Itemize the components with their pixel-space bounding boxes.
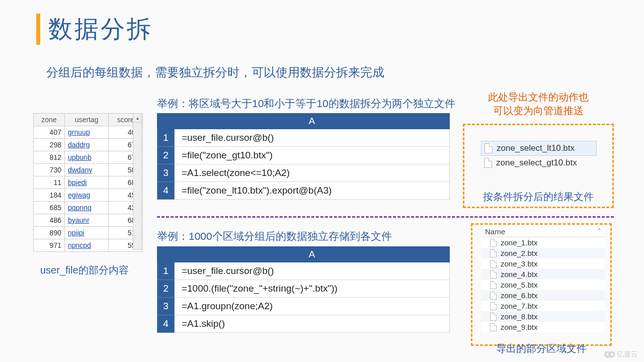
table-row: 407grnuup407 — [34, 126, 143, 139]
code-col-header: A — [174, 247, 449, 262]
sort-icon[interactable]: ^ — [598, 227, 601, 236]
list-item[interactable]: zone_2.btx — [481, 248, 605, 258]
title-accent-bar — [36, 14, 40, 45]
table-row: 890npiipi512 — [34, 227, 143, 239]
file-icon — [490, 313, 497, 321]
exported-files-list: Name^ zone_1.btx zone_2.btx zone_3.btx z… — [481, 226, 605, 332]
table-row: 971npncpd551 — [34, 239, 143, 252]
scroll-up-icon[interactable]: ▴ — [133, 114, 141, 123]
filelist-header[interactable]: Name^ — [481, 226, 605, 237]
annotation-export-note: 此处导出文件的动作也 可以变为向管道推送 — [463, 90, 614, 118]
file-icon — [490, 302, 497, 310]
sample-data-table: zone usertag score 407grnuup407 298daddr… — [33, 113, 143, 252]
list-item[interactable]: zone_6.btx — [481, 290, 605, 301]
file-icon — [490, 292, 497, 300]
code-cell: =A1.skip() — [174, 315, 449, 333]
title-text: 数据分拆 — [48, 13, 153, 45]
file-icon — [490, 270, 497, 279]
code-cell: =A1.groupn(zone;A2) — [174, 298, 449, 315]
list-item[interactable]: zone_5.btx — [481, 280, 605, 290]
file-item[interactable]: zone_select_lt10.btx — [481, 141, 597, 156]
zone-select-files: zone_select_lt10.btx zone_select_gt10.bt… — [481, 141, 597, 170]
list-item[interactable]: zone_7.btx — [481, 301, 605, 311]
code-cell: =file("zone_gt10.btx") — [174, 147, 449, 164]
file-icon — [490, 249, 497, 257]
file-icon — [490, 323, 497, 331]
table-row: 685pqpnnq420 — [34, 202, 143, 214]
code-cell: =A1.select(zone<=10;A2) — [174, 164, 449, 182]
cloud-icon — [604, 351, 615, 358]
section-divider — [157, 216, 614, 218]
table-row: 486byaunr689 — [34, 214, 143, 227]
table-row: 298daddrg679 — [34, 139, 143, 151]
table-row: 730dwdany587 — [34, 164, 143, 176]
code-cell: =1000.(file("zone_"+string(~)+".btx")) — [174, 280, 449, 298]
table-row: 812upbunb672 — [34, 151, 143, 164]
example1-label: 举例：将区域号大于10和小于等于10的数据拆分为两个独立文件 — [157, 97, 455, 111]
col-usertag: usertag — [64, 114, 109, 126]
list-item[interactable]: zone_4.btx — [481, 269, 605, 280]
file-icon — [490, 281, 497, 289]
scrollbar[interactable]: ▴ — [133, 113, 142, 250]
code-cell: =user_file.cursor@b() — [174, 129, 449, 147]
code-cell: =file("zone_lt10.btx").export@b(A3) — [174, 182, 449, 200]
list-item[interactable]: zone_3.btx — [481, 258, 605, 269]
list-item[interactable]: zone_9.btx — [481, 322, 605, 332]
code-table-2: A 1=user_file.cursor@b() 2=1000.(file("z… — [157, 246, 450, 333]
code-cell: =user_file.cursor@b() — [174, 262, 449, 280]
watermark: 亿速云 — [604, 350, 638, 359]
slide-title: 数据分拆 — [36, 13, 153, 45]
example2-label: 举例：1000个区域分组后的数据独立存储到各文件 — [157, 229, 392, 243]
file-icon — [490, 260, 497, 268]
table-row: 184egiwag455 — [34, 189, 143, 202]
file-icon — [484, 158, 492, 168]
file-icon — [490, 239, 497, 247]
code-col-header: A — [174, 114, 449, 129]
list-item[interactable]: zone_1.btx — [481, 237, 605, 248]
list-item[interactable]: zone_8.btx — [481, 311, 605, 322]
subtitle: 分组后的每组数据，需要独立拆分时，可以使用数据分拆来完成 — [46, 64, 384, 80]
col-zone: zone — [34, 114, 65, 126]
zone-select-caption: 按条件拆分后的结果文件 — [463, 190, 614, 204]
code-table-1: A 1=user_file.cursor@b() 2=file("zone_gt… — [157, 113, 450, 200]
file-item[interactable]: zone_select_gt10.btx — [481, 156, 597, 170]
exported-files-caption: 导出的部分区域文件 — [471, 342, 612, 355]
sample-table-caption: user_file的部分内容 — [40, 263, 129, 277]
file-icon — [485, 143, 493, 153]
table-row: 11bpiedi680 — [34, 176, 143, 189]
